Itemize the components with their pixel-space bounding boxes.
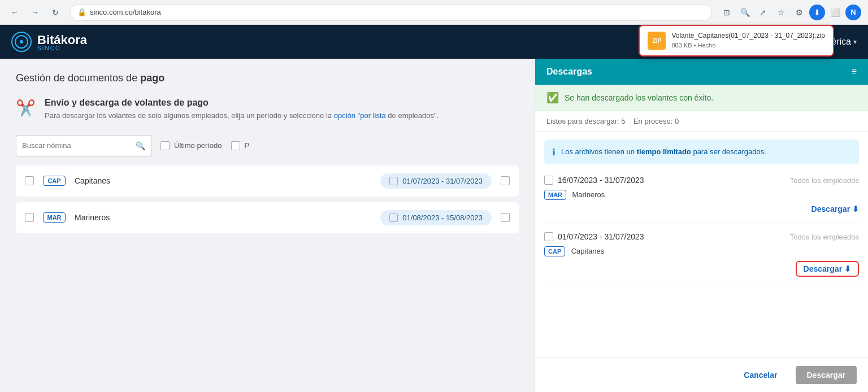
desc-part1: Para descargar los volantes de solo algu… xyxy=(45,111,332,120)
info-part1: Los archivos tienen un xyxy=(561,147,635,156)
logo-name: Bitákora xyxy=(37,33,87,47)
download-button[interactable]: Descargar xyxy=(796,366,857,384)
address-text: sinco.com.co/bitakora xyxy=(90,8,161,16)
bookmark-icon[interactable]: ☆ xyxy=(773,5,789,20)
logo-icon xyxy=(11,32,32,52)
item-date-text-2: 01/07/2023 - 31/07/2023 xyxy=(558,232,644,241)
desc-part2: de empleados". xyxy=(388,111,439,120)
descargar-button-1[interactable]: Descargar ⬇ xyxy=(811,204,859,214)
panel-body: 16/07/2023 - 31/07/2023 Todos los emplea… xyxy=(535,167,868,358)
left-panel: Gestión de documentos de pago ✂️ Envío y… xyxy=(0,59,535,392)
download-tooltip-text: Volante_Capitanes(01_07_2023 - 31_07_202… xyxy=(671,32,825,49)
reload-button[interactable]: ↻ xyxy=(47,5,63,20)
logo-dot xyxy=(20,40,23,43)
last-period-checkbox[interactable]: Último período xyxy=(160,141,222,150)
date-chip-1[interactable]: 01/07/2023 - 31/07/2023 xyxy=(380,173,492,189)
profile-button[interactable]: N xyxy=(845,5,861,20)
nav-chevron-icon: ▾ xyxy=(853,38,857,46)
item-label-1: Todos los empleados xyxy=(790,176,859,185)
row-right-check-1[interactable] xyxy=(501,176,510,185)
download-filename: Volante_Capitanes(01_07_2023 - 31_07_202… xyxy=(671,32,825,41)
item-date-2: 01/07/2023 - 31/07/2023 xyxy=(544,232,644,241)
logo-text-block: Bitákora SINCO xyxy=(37,33,87,51)
row-checkbox-2[interactable] xyxy=(25,213,34,222)
last-period-check xyxy=(160,141,170,150)
info-icon: ℹ xyxy=(552,147,555,158)
section-header: ✂️ Envío y descarga de volantes de pago … xyxy=(16,98,519,121)
search-box: 🔍 xyxy=(16,135,151,156)
date-text-1: 01/07/2023 - 31/07/2023 xyxy=(402,177,483,185)
right-panel: Descargas ≡ ✅ Se han descargado los vola… xyxy=(535,59,868,392)
stats-ready: Listos para descargar: 5 xyxy=(546,117,625,125)
info-bold: tiempo limitado xyxy=(637,147,691,156)
item-label-2: Todos los empleados xyxy=(790,233,859,241)
item-tag-cap: CAP xyxy=(544,246,565,256)
back-button[interactable]: ← xyxy=(7,5,23,20)
date-text-2: 01/08/2023 - 15/08/2023 xyxy=(402,214,483,222)
cancel-button[interactable]: Cancelar xyxy=(732,366,788,384)
item-date-1: 16/07/2023 - 31/07/2023 xyxy=(544,176,644,185)
col3-label: P xyxy=(245,141,250,150)
desc-link[interactable]: opción "por lista xyxy=(334,111,386,120)
app-wrapper: Bitákora SINCO América ▾ Gestión de docu… xyxy=(0,25,868,392)
item-header-2: 01/07/2023 - 31/07/2023 Todos los emplea… xyxy=(544,232,859,241)
filter-icon[interactable]: ≡ xyxy=(852,67,857,77)
item-check-1[interactable] xyxy=(544,176,553,185)
browser-actions: ⊡ 🔍 ↗ ☆ ⚙ ⬇ ⬜ N xyxy=(719,5,861,20)
panel-title: Descargas xyxy=(546,67,592,77)
col3-check xyxy=(231,141,240,150)
descargar-button-2[interactable]: Descargar ⬇ xyxy=(796,261,859,277)
download-filesize: 803 KB • Hecho xyxy=(671,42,825,49)
row-tag-2: MAR xyxy=(43,212,66,223)
logo-circle xyxy=(15,35,28,49)
section-desc: Para descargar los volantes de solo algu… xyxy=(45,110,439,121)
stats-in-process: En proceso: 0 xyxy=(633,117,679,125)
info-text: Los archivos tienen un tiempo limitado p… xyxy=(561,146,766,158)
cast-icon[interactable]: ⊡ xyxy=(719,5,735,20)
forward-button[interactable]: → xyxy=(27,5,43,20)
search-input[interactable] xyxy=(22,141,136,150)
row-checkbox-1[interactable] xyxy=(25,176,34,185)
panel-footer: Cancelar Descargar xyxy=(535,358,868,392)
item-actions-1: Descargar ⬇ xyxy=(544,204,859,214)
col3-checkbox[interactable]: P xyxy=(231,141,250,150)
success-icon: ✅ xyxy=(546,92,559,104)
item-tag-row-2: CAP Capitanes xyxy=(544,246,859,256)
last-period-label: Último período xyxy=(174,141,222,150)
item-tag-name-2: Capitanes xyxy=(571,247,605,255)
panel-header: Descargas ≡ xyxy=(535,59,868,85)
download-item-2: 01/07/2023 - 31/07/2023 Todos los emplea… xyxy=(544,223,859,286)
browser-chrome: ← → ↻ 🔒 sinco.com.co/bitakora ⊡ 🔍 ↗ ☆ ⚙ … xyxy=(0,0,868,25)
zip-file-icon: ZIP xyxy=(648,32,666,50)
address-bar: 🔒 sinco.com.co/bitakora xyxy=(70,4,712,21)
zoom-icon[interactable]: 🔍 xyxy=(737,5,753,20)
date-check-2 xyxy=(389,214,398,222)
item-date-text-1: 16/07/2023 - 31/07/2023 xyxy=(558,176,644,185)
section-icon: ✂️ xyxy=(16,99,36,117)
date-check-1 xyxy=(389,177,398,185)
search-row: 🔍 Último período P xyxy=(16,135,519,156)
share-icon[interactable]: ↗ xyxy=(755,5,771,20)
info-part2: para ser descargados. xyxy=(693,147,766,156)
extension-icon[interactable]: ⚙ xyxy=(791,5,807,20)
section-title: Envío y descarga de volantes de pago xyxy=(45,98,439,108)
main-content: Gestión de documentos de pago ✂️ Envío y… xyxy=(0,59,868,392)
browser-nav: ← → ↻ xyxy=(7,5,63,20)
page-title-bold: pago xyxy=(140,72,164,84)
download-icon[interactable]: ⬇ xyxy=(809,5,825,20)
item-actions-2: Descargar ⬇ xyxy=(544,261,859,277)
stats-row: Listos para descargar: 5 En proceso: 0 xyxy=(535,111,868,132)
item-tag-mar: MAR xyxy=(544,190,566,200)
split-icon[interactable]: ⬜ xyxy=(827,5,843,20)
item-check-2[interactable] xyxy=(544,232,553,241)
date-chip-2[interactable]: 01/08/2023 - 15/08/2023 xyxy=(380,210,492,225)
row-right-check-2[interactable] xyxy=(501,213,510,222)
row-tag-1: CAP xyxy=(43,176,66,186)
download-item-1: 16/07/2023 - 31/07/2023 Todos los emplea… xyxy=(544,167,859,223)
item-tag-name-1: Marineros xyxy=(572,190,605,199)
item-header-1: 16/07/2023 - 31/07/2023 Todos los emplea… xyxy=(544,176,859,185)
item-tag-row-1: MAR Marineros xyxy=(544,189,859,200)
page-title-prefix: Gestión de documentos de xyxy=(16,72,137,84)
logo: Bitákora SINCO xyxy=(11,32,87,52)
lock-icon: 🔒 xyxy=(77,8,86,16)
